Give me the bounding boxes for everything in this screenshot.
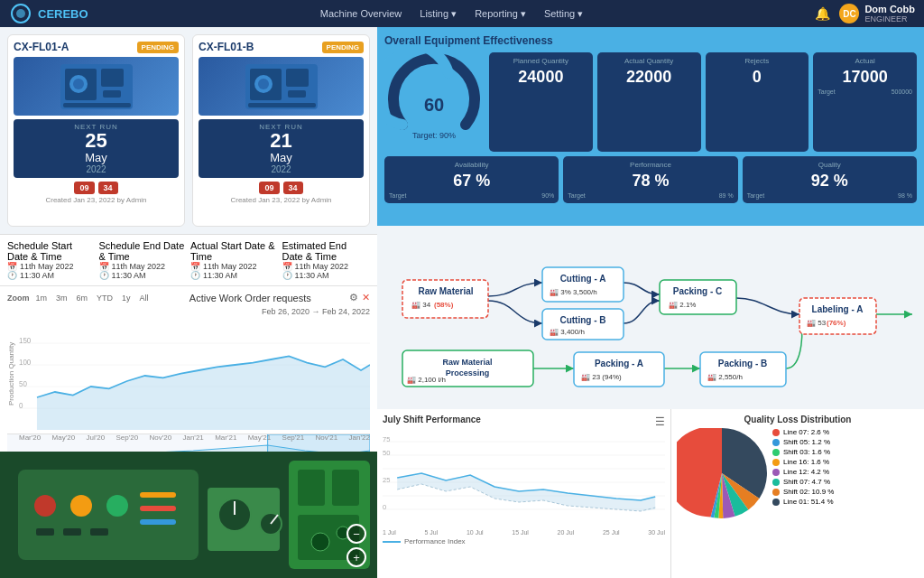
svg-point-29 [70,495,92,517]
legend-line12: Line 12: 4.2 % [772,468,919,476]
clock-icon4: 🕐 [282,271,292,280]
legend-shift07: Shift 07: 4.7 % [772,478,919,486]
svg-text:Target: 90%: Target: 90% [412,131,456,140]
svg-text:🏭 34: 🏭 34 [411,300,431,309]
nav-reporting[interactable]: Reporting ▾ [475,8,526,20]
svg-text:Labeling - A: Labeling - A [812,304,864,314]
machine-a-status: PENDING [137,42,179,53]
svg-rect-14 [288,90,306,98]
svg-text:(76%): (76%) [827,319,846,327]
machine-a-name: CX-FL01-A [14,41,69,53]
machine-card-a-header: CX-FL01-A PENDING [14,41,179,53]
machine-b-name: CX-FL01-B [199,41,254,53]
legend-line01: Line 01: 51.4 % [772,498,919,506]
zoom-6m[interactable]: 6m [74,293,91,303]
calendar-icon3: 📅 [190,262,200,271]
zoom-minus-btn[interactable]: − [346,524,366,544]
zoom-1y[interactable]: 1y [119,293,134,303]
shift-title: July Shift Performance [383,415,481,424]
nav-setting[interactable]: Setting ▾ [544,8,583,20]
nav-machine-overview[interactable]: Machine Overview [320,8,402,20]
bottom-charts: July Shift Performance ☰ 75 50 [377,409,924,578]
machine-a-chips: 09 34 [14,182,179,194]
svg-text:0: 0 [383,503,386,511]
user-role: ENGINEER [864,14,915,23]
machine-b-image [199,57,364,116]
svg-text:50: 50 [383,449,390,457]
settings-icon[interactable]: ⚙ [349,292,358,303]
svg-text:25: 25 [383,476,390,484]
svg-text:0: 0 [19,400,23,410]
left-panel: CX-FL01-A PENDING NEXT RUN [0,27,377,578]
svg-text:🏭 53: 🏭 53 [807,318,827,327]
chart-area: 150 100 50 0 Mar'20 May'20 Jul'20 Sep'20 [19,322,370,430]
performance-card: Performance 78 % Target 89 % [563,156,737,203]
machine-a-created: Created Jan 23, 2022 by Admin [14,196,179,204]
header: CEREBO Machine Overview Listing ▾ Report… [0,0,924,27]
svg-text:🏭 2,100 l/h: 🏭 2,100 l/h [407,375,446,384]
oee-bottom: Availability 67 % Target 90% Performance… [384,156,917,203]
svg-text:🏭 23 (94%): 🏭 23 (94%) [581,372,622,381]
schedule-actual-start: Actual Start Date & Time 📅 11th May 2022… [190,240,279,280]
machine-section: CX-FL01-A PENDING NEXT RUN [0,27,377,235]
quality-card: Quality 92 % Target 98 % [743,156,917,203]
shift-chart: July Shift Performance ☰ 75 50 [377,409,671,578]
metric-actual: Actual 17000 Target 500000 [813,52,917,152]
y-axis-label: Production Quantity [7,318,15,430]
machine-card-b-header: CX-FL01-B PENDING [199,41,364,53]
schedule-end: Schedule End Date & Time 📅 11th May 2022… [99,240,188,280]
notification-icon[interactable]: 🔔 [815,6,830,21]
header-right: 🔔 DC Dom Cobb ENGINEER [815,4,915,23]
user-name: Dom Cobb [864,4,915,14]
legend-shift05: Shift 05: 1.2 % [772,438,919,446]
legend-area: Line 07: 2.6 % Shift 05: 1.2 % Shift 03:… [772,428,919,518]
nav-listing[interactable]: Listing ▾ [420,8,457,20]
machine-b-chips: 09 34 [199,182,364,194]
zoom-all[interactable]: All [137,293,152,303]
svg-point-13 [258,79,269,89]
svg-rect-7 [103,90,121,98]
svg-text:Cutting - B: Cutting - B [559,315,605,325]
main-content: CX-FL01-A PENDING NEXT RUN [0,27,924,578]
machine-b-nextrun: NEXT RUN 21 May 2022 [199,119,364,178]
oee-gauge: 60 Target: 90% [384,52,484,152]
zoom-3m[interactable]: 3m [53,293,70,303]
machine-a-nextrun: NEXT RUN 25 May 2022 [14,119,179,178]
zoom-ytd[interactable]: YTD [94,293,116,303]
schedule-estimated-end: Estimated End Date & Time 📅 11th May 202… [282,240,371,280]
calendar-icon4: 📅 [282,262,292,271]
clock-icon2: 🕐 [99,271,109,280]
chart-x-labels: Mar'20 May'20 Jul'20 Sep'20 Nov'20 Jan'2… [19,434,370,442]
oee-top: 60 Target: 90% Planned Quantity 24000 Ac… [384,52,917,152]
svg-text:Processing: Processing [446,368,490,378]
zoom-plus-btn[interactable]: + [346,547,366,567]
shift-menu-icon[interactable]: ☰ [655,415,665,428]
svg-text:75: 75 [383,435,390,443]
svg-rect-62 [799,298,876,334]
schedule-start: Schedule Start Date & Time 📅 11th May 20… [7,240,96,280]
svg-rect-31 [36,528,54,536]
avatar: DC [839,4,859,23]
svg-text:🏭 2.1%: 🏭 2.1% [669,300,696,309]
pie-chart [677,428,767,518]
svg-point-45 [311,533,329,551]
svg-text:Packing - C: Packing - C [673,286,722,296]
svg-point-6 [73,79,84,89]
date-range: Feb 26, 2020 → Feb 24, 2022 [7,307,370,316]
svg-text:Raw Material: Raw Material [442,358,492,367]
legend-shift03: Shift 03: 1.6 % [772,448,919,456]
flow-svg: Raw Material 🏭 34 (58%) Cutting - A 🏭 3%… [384,233,917,409]
quality-content: Line 07: 2.6 % Shift 05: 1.2 % Shift 03:… [677,428,919,518]
svg-text:🏭 3,400/h: 🏭 3,400/h [550,327,585,336]
svg-text:60: 60 [424,95,444,115]
zoom-1m[interactable]: 1m [33,293,51,303]
svg-rect-8 [63,103,131,107]
close-icon[interactable]: ✕ [362,292,370,303]
svg-rect-53 [542,267,624,302]
calendar-icon: 📅 [7,262,17,271]
chart-svg: 150 100 50 0 [19,322,370,430]
svg-text:150: 150 [19,335,31,345]
quality-title: Quality Loss Distribution [677,415,919,424]
oee-metrics: Planned Quantity 24000 Actual Quantity 2… [489,52,917,152]
svg-rect-35 [140,506,176,511]
